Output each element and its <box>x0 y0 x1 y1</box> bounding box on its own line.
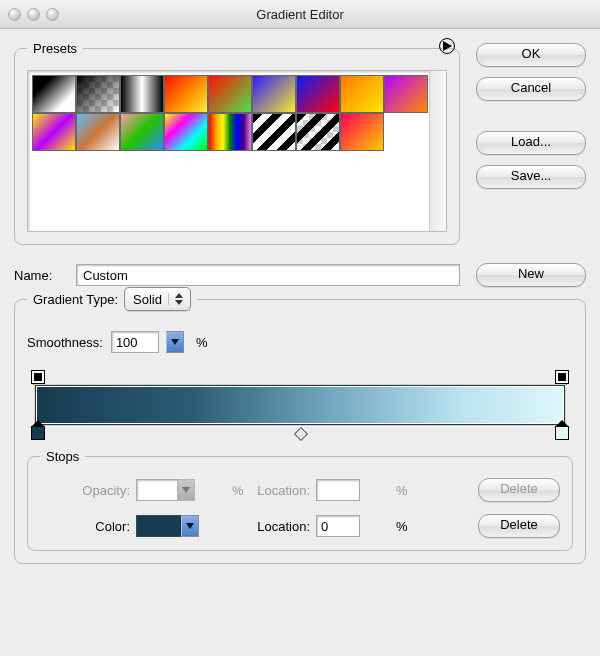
color-label: Color: <box>40 519 136 534</box>
preset-swatch[interactable] <box>32 75 76 113</box>
opacity-location-label: Location: <box>246 483 316 498</box>
window-controls <box>8 8 59 21</box>
preset-swatch[interactable] <box>340 113 384 151</box>
presets-scrollbar[interactable] <box>429 71 446 231</box>
new-button[interactable]: New <box>476 263 586 287</box>
opacity-suffix: % <box>228 483 246 498</box>
presets-flyout-button[interactable] <box>439 38 455 54</box>
cancel-button[interactable]: Cancel <box>476 77 586 101</box>
color-dropdown-button[interactable] <box>181 515 199 537</box>
opacity-stop-left[interactable] <box>31 370 45 384</box>
save-button[interactable]: Save... <box>476 165 586 189</box>
stops-group: Stops Opacity: % Location: % Delete <box>27 449 573 551</box>
color-stop-left[interactable] <box>31 426 45 440</box>
color-well[interactable] <box>136 515 182 537</box>
delete-opacity-stop-button: Delete <box>478 478 560 502</box>
opacity-label: Opacity: <box>40 483 136 498</box>
chevron-down-icon <box>186 523 194 529</box>
color-location-label: Location: <box>246 519 316 534</box>
zoom-window-button[interactable] <box>46 8 59 21</box>
smoothness-label: Smoothness: <box>27 335 103 350</box>
preset-swatch[interactable] <box>32 113 76 151</box>
preset-swatch[interactable] <box>164 113 208 151</box>
gradient-editor-track <box>27 369 573 449</box>
preset-swatch[interactable] <box>120 75 164 113</box>
opacity-location-input <box>316 479 360 501</box>
preset-swatch[interactable] <box>252 75 296 113</box>
preset-swatch[interactable] <box>120 113 164 151</box>
ok-button[interactable]: OK <box>476 43 586 67</box>
smoothness-suffix: % <box>192 335 208 350</box>
preset-swatch[interactable] <box>384 75 428 113</box>
color-stop-right[interactable] <box>555 426 569 440</box>
delete-color-stop-button[interactable]: Delete <box>478 514 560 538</box>
gradient-type-value: Solid <box>133 292 162 307</box>
preset-swatch[interactable] <box>208 113 252 151</box>
select-arrows-icon <box>168 293 186 305</box>
preset-swatch[interactable] <box>164 75 208 113</box>
opacity-location-suffix: % <box>392 483 410 498</box>
smoothness-input[interactable] <box>111 331 159 353</box>
color-location-suffix: % <box>392 519 410 534</box>
opacity-input <box>136 479 178 501</box>
preset-swatch[interactable] <box>252 113 296 151</box>
preset-swatch[interactable] <box>296 75 340 113</box>
smoothness-dropdown-button[interactable] <box>166 331 184 353</box>
window-title: Gradient Editor <box>0 7 600 22</box>
gradient-type-label: Gradient Type: <box>33 292 118 307</box>
color-location-input[interactable] <box>316 515 360 537</box>
opacity-dropdown-button <box>177 479 195 501</box>
minimize-window-button[interactable] <box>27 8 40 21</box>
preset-swatch[interactable] <box>76 113 120 151</box>
load-button[interactable]: Load... <box>476 131 586 155</box>
presets-group: Presets <box>14 41 460 245</box>
opacity-stop-right[interactable] <box>555 370 569 384</box>
gradient-preview-bar[interactable] <box>35 385 565 425</box>
gradient-type-group: Gradient Type: Solid Smoothness: % <box>14 287 586 564</box>
stops-legend: Stops <box>40 449 85 464</box>
name-input[interactable] <box>76 264 460 286</box>
flyout-icon <box>443 41 452 51</box>
presets-list <box>27 70 447 232</box>
name-label: Name: <box>14 268 62 283</box>
title-bar: Gradient Editor <box>0 0 600 29</box>
preset-swatch[interactable] <box>296 113 340 151</box>
preset-swatch[interactable] <box>208 75 252 113</box>
close-window-button[interactable] <box>8 8 21 21</box>
preset-swatch[interactable] <box>76 75 120 113</box>
midpoint-handle[interactable] <box>294 427 308 441</box>
chevron-down-icon <box>171 339 179 345</box>
presets-legend: Presets <box>27 41 83 56</box>
gradient-type-select[interactable]: Solid <box>124 287 191 311</box>
preset-swatch[interactable] <box>340 75 384 113</box>
